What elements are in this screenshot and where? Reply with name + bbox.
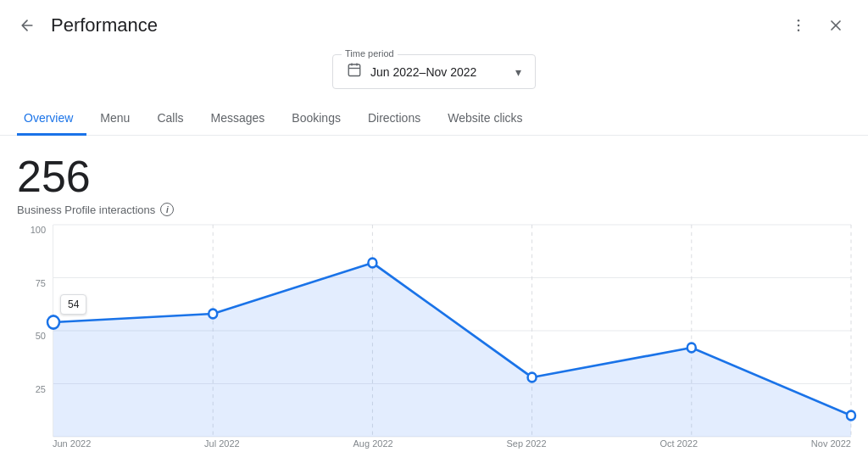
data-point-sep — [528, 373, 537, 382]
header-left: Performance — [14, 12, 158, 39]
y-label-25: 25 — [36, 384, 46, 394]
chart-plot: 54 — [53, 225, 851, 437]
tab-calls[interactable]: Calls — [143, 103, 197, 136]
time-period-dropdown[interactable]: Time period Jun 2022–Nov 2022 ▾ — [332, 54, 536, 89]
time-period-section: Time period Jun 2022–Nov 2022 ▾ — [0, 47, 868, 103]
close-button[interactable] — [821, 10, 851, 41]
back-button[interactable] — [14, 12, 41, 39]
tab-website-clicks[interactable]: Website clicks — [434, 103, 536, 136]
svg-rect-5 — [348, 64, 360, 76]
metric-label-row: Business Profile interactions i — [17, 203, 851, 216]
metric-label-text: Business Profile interactions — [17, 204, 155, 216]
data-point-jun — [47, 316, 59, 329]
x-label-jul: Jul 2022 — [204, 438, 240, 462]
x-label-sep: Sep 2022 — [506, 438, 546, 462]
tab-menu[interactable]: Menu — [86, 103, 143, 136]
x-axis: Jun 2022 Jul 2022 Aug 2022 Sep 2022 Oct … — [53, 438, 851, 462]
dropdown-arrow-icon: ▾ — [515, 65, 521, 79]
x-label-aug: Aug 2022 — [353, 438, 393, 462]
x-label-oct: Oct 2022 — [659, 438, 698, 462]
data-point-oct — [687, 343, 696, 353]
x-label-nov: Nov 2022 — [811, 438, 851, 462]
y-label-50: 50 — [36, 331, 46, 341]
svg-point-0 — [798, 20, 800, 22]
line-chart-svg — [53, 225, 851, 437]
page-title: Performance — [51, 14, 158, 36]
time-period-label: Time period — [342, 48, 398, 59]
y-label-75: 75 — [36, 278, 46, 288]
tab-bookings[interactable]: Bookings — [278, 103, 354, 136]
tabs-section: Overview Menu Calls Messages Bookings Di… — [0, 103, 868, 136]
svg-point-2 — [798, 30, 800, 32]
data-point-aug — [368, 259, 376, 268]
calendar-icon — [347, 62, 362, 81]
data-point-jul — [209, 310, 217, 319]
svg-point-1 — [798, 25, 800, 27]
tab-directions[interactable]: Directions — [354, 103, 434, 136]
y-label-100: 100 — [31, 225, 46, 235]
tab-overview[interactable]: Overview — [17, 103, 86, 136]
y-axis: 100 75 50 25 — [17, 225, 53, 437]
more-options-button[interactable] — [783, 10, 814, 41]
chart-fill-area — [53, 263, 851, 437]
tab-messages[interactable]: Messages — [198, 103, 279, 136]
info-icon[interactable]: i — [160, 203, 174, 216]
metric-value: 256 — [17, 153, 851, 201]
main-content: 256 Business Profile interactions i 100 … — [0, 136, 868, 462]
chart-container: 100 75 50 25 — [17, 225, 851, 462]
time-period-value: Jun 2022–Nov 2022 — [370, 65, 507, 79]
x-label-jun: Jun 2022 — [53, 438, 91, 462]
header: Performance — [0, 0, 868, 47]
data-point-nov — [847, 411, 855, 421]
header-right — [783, 10, 851, 41]
